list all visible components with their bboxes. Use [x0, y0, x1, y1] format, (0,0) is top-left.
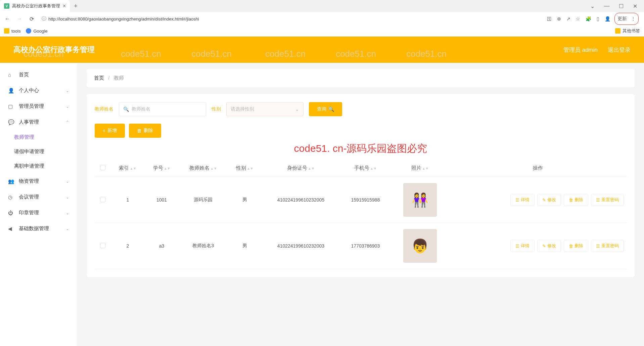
cell-gender: 男 [228, 223, 262, 269]
sidebar-sub-leave[interactable]: 请假申请管理 [0, 144, 77, 159]
col-gender[interactable]: 性别▲▼ [228, 160, 262, 177]
sidebar-item-personal[interactable]: 👤 个人中心 ⌄ [0, 83, 77, 98]
col-name[interactable]: 教师姓名▲▼ [179, 160, 228, 177]
search-icon[interactable]: ⊕ [556, 15, 562, 23]
sidebar-sub-teacher[interactable]: 教师管理 [0, 130, 77, 144]
sidebar-sub-resign[interactable]: 离职申请管理 [0, 159, 77, 173]
row-delete-button[interactable]: 🗑 删除 [564, 240, 588, 252]
edit-button[interactable]: ✎ 修改 [537, 240, 561, 252]
trash-icon: 🗑 [569, 198, 573, 203]
bookmark-google[interactable]: Google [26, 28, 47, 34]
bookmarks-bar: tools Google 其他书签 [0, 26, 644, 36]
key-icon[interactable]: ⚿ [546, 15, 553, 23]
sidebar-icon[interactable]: ▯ [595, 15, 601, 23]
user-icon: 👤 [8, 88, 14, 94]
content-card: 教师姓名 🔍 教师姓名 性别 请选择性别 ⌄ 查询 🔍 + 新增 [87, 94, 635, 277]
sidebar-item-home[interactable]: ⌂ 首页 [0, 67, 77, 83]
admin-icon: ▢ [8, 103, 14, 110]
folder-icon [4, 28, 9, 34]
add-button[interactable]: + 新增 [95, 124, 125, 138]
close-icon[interactable]: × [63, 3, 66, 9]
col-sid[interactable]: 学号▲▼ [145, 160, 179, 177]
sidebar-item-meeting[interactable]: ◷ 会议管理 ⌄ [0, 189, 77, 205]
nav-icons: ⚿ ⊕ ↗ ☆ 🧩 ▯ 👤 更新 ⋮ [546, 13, 641, 25]
row-checkbox[interactable] [100, 197, 105, 202]
user-label[interactable]: 管理员 admin [563, 46, 598, 54]
cell-index: 1 [111, 177, 145, 223]
cell-sid: 1001 [145, 177, 179, 223]
app-body: ⌂ 首页 👤 个人中心 ⌄ ▢ 管理员管理 ⌄ 💬 人事管理 ⌃ 教师管理 请假… [0, 63, 644, 346]
trash-icon: 🗑 [569, 244, 573, 249]
chevron-down-icon: ⌄ [66, 179, 69, 184]
star-icon[interactable]: ☆ [574, 15, 582, 23]
update-button[interactable]: 更新 ⋮ [614, 13, 639, 25]
name-label: 教师姓名 [95, 106, 113, 112]
sort-icon: ▲▼ [164, 168, 171, 170]
forward-button[interactable]: → [15, 14, 24, 24]
action-buttons: ☰ 详情 ✎ 修改 🗑 删除 ☰ 重置密码 [452, 194, 624, 206]
photo-thumbnail[interactable]: 👭 [403, 183, 437, 217]
search-row: 教师姓名 🔍 教师姓名 性别 请选择性别 ⌄ 查询 🔍 [95, 102, 627, 116]
profile-icon[interactable]: 👤 [603, 15, 612, 23]
minimize-icon[interactable]: — [601, 2, 612, 11]
col-index[interactable]: 索引▲▼ [111, 160, 145, 177]
main-content: 首页 / 教师 教师姓名 🔍 教师姓名 性别 请选择性别 ⌄ 查询 🔍 [77, 63, 644, 346]
select-all-checkbox[interactable] [100, 165, 105, 170]
sort-icon: ▲▼ [308, 168, 315, 170]
reload-button[interactable]: ⟳ [27, 14, 36, 24]
gender-label: 性别 [212, 106, 221, 112]
sidebar-item-material[interactable]: 👥 物资管理 ⌄ [0, 173, 77, 189]
sidebar-item-seal[interactable]: ⏻ 印章管理 ⌄ [0, 205, 77, 221]
cell-idcard: 410224199610232003 [262, 223, 340, 269]
back-button[interactable]: ← [3, 14, 12, 24]
chevron-down-icon: ⌄ [66, 211, 69, 215]
col-photo[interactable]: 照片▲▼ [391, 160, 449, 177]
breadcrumb-home[interactable]: 首页 [94, 75, 104, 81]
vue-icon: V [4, 3, 9, 9]
col-idcard[interactable]: 身份证号▲▼ [262, 160, 340, 177]
sort-icon: ▲▼ [210, 168, 217, 170]
breadcrumb: 首页 / 教师 [87, 69, 635, 87]
cell-name: 教师姓名3 [179, 223, 228, 269]
new-tab-button[interactable]: + [70, 3, 82, 10]
name-input[interactable]: 🔍 教师姓名 [119, 102, 206, 116]
sidebar-item-basic[interactable]: ◀ 基础数据管理 ⌄ [0, 221, 77, 236]
url-text: http://localhost:8080/gaoxiaobangongxing… [48, 16, 199, 21]
share-icon[interactable]: ↗ [565, 15, 572, 23]
bookmark-tools[interactable]: tools [4, 28, 20, 34]
cell-name: 源码乐园 [179, 177, 228, 223]
dropdown-icon[interactable]: ⌄ [588, 2, 597, 11]
key-icon: ☰ [596, 244, 600, 249]
search-icon: 🔍 [123, 106, 129, 112]
maximize-icon[interactable]: ☐ [616, 2, 626, 11]
chat-icon: 💬 [8, 119, 14, 125]
row-delete-button[interactable]: 🗑 删除 [564, 194, 588, 206]
detail-button[interactable]: ☰ 详情 [510, 240, 535, 252]
table-row: 1 1001 源码乐园 男 410224199610232005 1591591… [95, 177, 627, 223]
logout-button[interactable]: 退出登录 [608, 46, 631, 54]
reset-password-button[interactable]: ☰ 重置密码 [591, 240, 624, 252]
photo-thumbnail[interactable]: 👦 [403, 229, 437, 263]
data-table: 索引▲▼ 学号▲▼ 教师姓名▲▼ 性别▲▼ 身份证号▲▼ 手机号▲▼ 照片▲▼ … [95, 160, 627, 269]
breadcrumb-separator: / [108, 75, 109, 81]
reset-password-button[interactable]: ☰ 重置密码 [591, 194, 624, 206]
home-icon: ⌂ [8, 72, 14, 78]
url-bar[interactable]: ⓘ http://localhost:8080/gaoxiaobangongxi… [39, 14, 543, 24]
cell-gender: 男 [228, 177, 262, 223]
browser-tab[interactable]: V 高校办公室行政事务管理 × [0, 0, 70, 12]
delete-button[interactable]: 🗑 删除 [129, 124, 161, 138]
gender-select[interactable]: 请选择性别 ⌄ [226, 102, 304, 116]
chevron-down-icon: ⌄ [66, 104, 69, 109]
edit-button[interactable]: ✎ 修改 [537, 194, 561, 206]
col-phone[interactable]: 手机号▲▼ [340, 160, 391, 177]
sidebar-item-hr[interactable]: 💬 人事管理 ⌃ [0, 114, 77, 130]
puzzle-icon[interactable]: 🧩 [584, 15, 593, 23]
header-right: 管理员 admin 退出登录 [563, 46, 631, 54]
row-checkbox[interactable] [100, 243, 105, 248]
close-window-icon[interactable]: ✕ [630, 2, 640, 11]
sidebar-item-admin[interactable]: ▢ 管理员管理 ⌄ [0, 98, 77, 114]
table-row: 2 a3 教师姓名3 男 410224199610232003 17703786… [95, 223, 627, 269]
detail-button[interactable]: ☰ 详情 [510, 194, 535, 206]
bookmark-other[interactable]: 其他书签 [615, 28, 640, 34]
search-button[interactable]: 查询 🔍 [309, 102, 342, 116]
